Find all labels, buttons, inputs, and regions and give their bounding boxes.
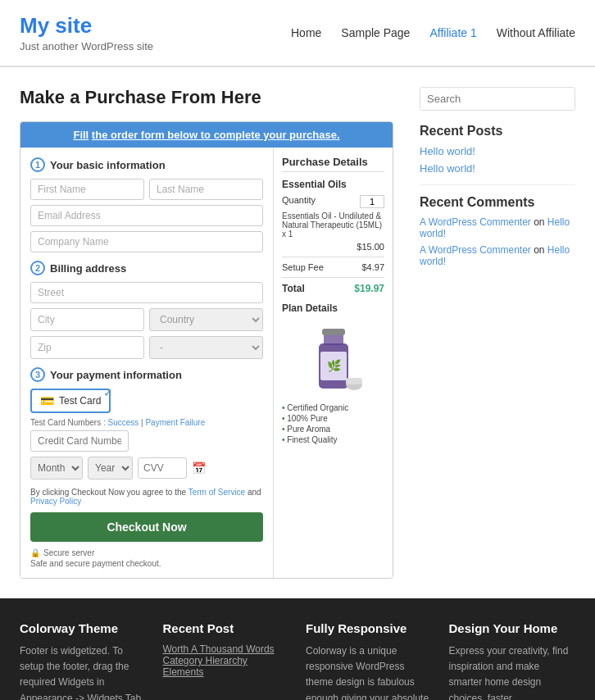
product-image: 🌿 <box>301 319 366 397</box>
search-input[interactable] <box>420 88 571 110</box>
footer-widget-1-title: Colorway Theme <box>20 621 147 635</box>
terms-text: By clicking Checkout Now you agree to th… <box>30 488 263 506</box>
site-tagline: Just another WordPress site <box>20 40 153 52</box>
footer-widgets: Colorway Theme Footer is widgetized. To … <box>20 621 575 700</box>
quantity-input[interactable] <box>360 195 384 208</box>
zip-input[interactable] <box>30 336 144 359</box>
test-card-numbers: Test Card Numbers : Success | Payment Fa… <box>30 418 263 427</box>
month-select[interactable]: Month <box>30 457 83 480</box>
zip-row: - <box>30 336 263 359</box>
basic-info-section: 1 Your basic information <box>30 157 263 252</box>
form-header: Fill the order form below to complete yo… <box>20 122 393 148</box>
comment-author-2[interactable]: A WordPress Commenter <box>420 244 531 256</box>
svg-rect-1 <box>324 334 343 345</box>
city-input[interactable] <box>30 308 144 331</box>
search-button[interactable]: 🔍 <box>571 88 575 110</box>
main-container: Make a Purchase From Here Fill the order… <box>0 67 595 598</box>
privacy-link[interactable]: Privacy Policy <box>30 497 81 506</box>
page-title: Make a Purchase From Here <box>20 87 393 108</box>
comment-author-1[interactable]: A WordPress Commenter <box>420 216 531 228</box>
product-price-row: $15.00 <box>282 242 384 252</box>
form-left: 1 Your basic information <box>20 148 274 578</box>
first-name-input[interactable] <box>30 179 144 200</box>
footer-widget-2: Recent Post Worth A Thousand Words Categ… <box>163 621 290 700</box>
payment-card-btn[interactable]: 💳 Test Card ✓ <box>30 389 111 413</box>
form-right: Purchase Details Essential Oils Quantity… <box>274 148 393 578</box>
nav-sample-page[interactable]: Sample Page <box>341 26 410 39</box>
failure-link[interactable]: Payment Failure <box>145 418 205 427</box>
cvv-input[interactable] <box>138 457 187 479</box>
step1-label: Your basic information <box>50 159 166 171</box>
footer-post-link-1[interactable]: Worth A Thousand Words <box>163 643 290 655</box>
email-row <box>30 205 263 226</box>
form-inner: 1 Your basic information <box>20 148 393 578</box>
site-title: My site <box>20 13 153 39</box>
payment-section: 3 Your payment information 💳 Test Card ✓… <box>30 367 263 480</box>
feature-4: Finest Quality <box>282 435 384 444</box>
product-name: Essential Oils <box>282 179 384 190</box>
secure-text: Safe and secure payment checkout. <box>30 559 263 568</box>
company-input[interactable] <box>30 231 263 252</box>
nav-without-affiliate[interactable]: Without Affiliate <box>497 26 575 39</box>
site-branding: My site Just another WordPress site <box>20 13 153 52</box>
form-header-text: the order form below to complete your pu… <box>92 129 340 141</box>
site-header: My site Just another WordPress site Home… <box>0 0 595 66</box>
credit-card-icon: 💳 <box>40 394 54 407</box>
svg-text:🌿: 🌿 <box>326 359 341 373</box>
last-name-input[interactable] <box>149 179 263 200</box>
form-header-fill: Fill <box>73 129 89 141</box>
footer-widget-1: Colorway Theme Footer is widgetized. To … <box>20 621 147 700</box>
nav-affiliate1[interactable]: Affiliate 1 <box>429 26 476 39</box>
checkout-button[interactable]: Checkout Now <box>30 512 263 542</box>
feature-1: Certified Organic <box>282 403 384 412</box>
purchase-details-title: Purchase Details <box>282 156 384 172</box>
billing-title: 2 Billing address <box>30 261 263 275</box>
svg-rect-6 <box>346 378 362 384</box>
payment-title: 3 Your payment information <box>30 367 263 382</box>
credit-card-input[interactable] <box>30 430 129 452</box>
footer-widget-3: Fully Responsive Colorway is a unique re… <box>306 621 433 700</box>
name-row <box>30 179 263 200</box>
recent-post-2[interactable]: Hello world! <box>420 162 575 175</box>
feature-3: Pure Aroma <box>282 425 384 434</box>
site-footer: Colorway Theme Footer is widgetized. To … <box>0 598 595 700</box>
comment-2: A WordPress Commenter on Hello world! <box>420 244 575 267</box>
comment-1: A WordPress Commenter on Hello world! <box>420 216 575 239</box>
card-expiry-row: Month Year 📅 <box>30 457 263 480</box>
product-desc: Essentials Oil - Undiluted & Natural The… <box>282 211 384 239</box>
success-link[interactable]: Success <box>107 418 139 427</box>
footer-widget-4-text: Express your creativity, find inspiratio… <box>449 643 576 700</box>
city-country-row: Country <box>30 308 263 331</box>
calendar-icon: 📅 <box>192 461 206 475</box>
company-row <box>30 231 263 252</box>
search-box: 🔍 <box>420 87 575 111</box>
step1-circle: 1 <box>30 157 45 172</box>
step2-label: Billing address <box>50 262 126 275</box>
footer-post-link-3[interactable]: Elements <box>163 666 290 678</box>
content-area: Make a Purchase From Here Fill the order… <box>20 87 393 579</box>
form-container: Fill the order form below to complete yo… <box>20 121 393 579</box>
billing-section: 2 Billing address Country <box>30 261 263 359</box>
footer-widget-2-title: Recent Post <box>163 621 290 635</box>
lock-icon: 🔒 <box>30 548 40 557</box>
setup-fee-row: Setup Fee $4.97 <box>282 262 384 272</box>
footer-post-link-2[interactable]: Category Hierarchy <box>163 655 290 666</box>
footer-widget-1-text: Footer is widgetized. To setup the foote… <box>20 643 147 700</box>
tos-link[interactable]: Term of Service <box>188 488 245 497</box>
step3-label: Your payment information <box>50 369 182 381</box>
recent-post-1[interactable]: Hello world! <box>420 145 575 157</box>
country-select[interactable]: Country <box>149 308 263 331</box>
street-input[interactable] <box>30 282 263 303</box>
year-select[interactable]: Year <box>88 457 133 480</box>
recent-comments-title: Recent Comments <box>420 195 575 210</box>
footer-widget-3-title: Fully Responsive <box>306 621 433 635</box>
footer-widget-4-title: Design Your Home <box>449 621 576 635</box>
step3-circle: 3 <box>30 367 45 382</box>
recent-posts-title: Recent Posts <box>420 124 575 139</box>
zip-select[interactable]: - <box>149 336 263 359</box>
street-row <box>30 282 263 303</box>
email-input[interactable] <box>30 205 263 226</box>
card-label: Test Card <box>59 395 101 407</box>
basic-info-title: 1 Your basic information <box>30 157 263 172</box>
nav-home[interactable]: Home <box>291 26 321 39</box>
